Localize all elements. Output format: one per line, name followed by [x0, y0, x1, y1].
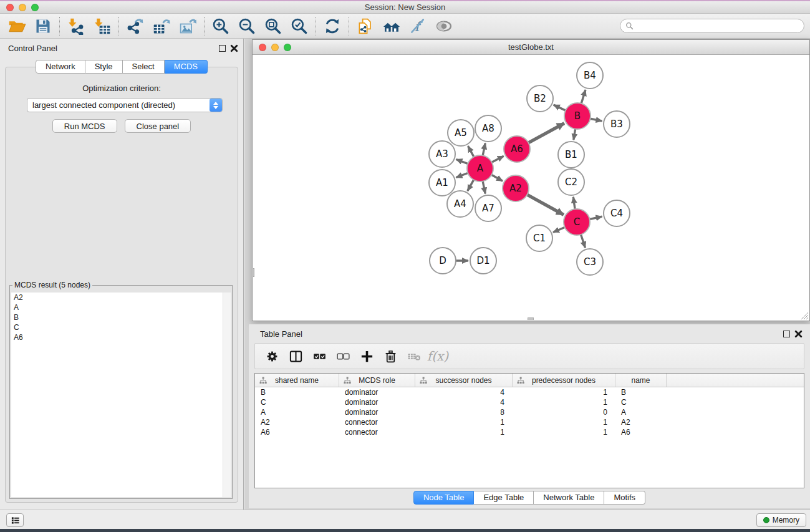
table-cell[interactable]: dominator: [339, 397, 415, 407]
table-cell[interactable]: A2: [255, 417, 339, 427]
column-header-predecessor-nodes[interactable]: predecessor nodes: [513, 374, 615, 387]
table-cell[interactable]: C: [615, 397, 667, 407]
node-C1[interactable]: C1: [526, 225, 552, 251]
table-cell[interactable]: 4: [415, 397, 513, 407]
table-cell[interactable]: A2: [615, 417, 667, 427]
column-header-shared-name[interactable]: shared name: [255, 374, 339, 387]
task-history-button[interactable]: [6, 513, 24, 527]
import-network-icon[interactable]: [63, 16, 89, 37]
table-cell[interactable]: 1: [513, 387, 615, 397]
tab-style[interactable]: Style: [85, 60, 123, 74]
table-cell[interactable]: C: [255, 397, 339, 407]
zoom-window-button[interactable]: [31, 4, 39, 11]
network-zoom-button[interactable]: [284, 44, 291, 51]
node-A6[interactable]: A6: [504, 136, 530, 162]
mcds-result-list[interactable]: A2ABCA6: [11, 293, 231, 497]
table-cell[interactable]: 0: [513, 407, 615, 417]
table-cell[interactable]: 1: [513, 417, 615, 427]
node-B3[interactable]: B3: [604, 111, 630, 137]
node-A7[interactable]: A7: [475, 195, 501, 221]
delete-icon[interactable]: [378, 346, 402, 367]
horizontal-scroll-thumb[interactable]: [528, 317, 534, 320]
node-B[interactable]: B: [564, 103, 591, 129]
column-header-successor-nodes[interactable]: successor nodes: [415, 374, 513, 387]
zoom-out-icon[interactable]: [234, 16, 260, 37]
table-cell[interactable]: A: [615, 407, 667, 417]
tab-node-table[interactable]: Node Table: [413, 491, 475, 505]
network-minimize-button[interactable]: [271, 44, 279, 51]
search-box[interactable]: [620, 19, 804, 33]
network-canvas[interactable]: AA1A2A3A4A5A6A7A8BB1B2B3B4CC1C2C3C4DD1: [253, 56, 809, 320]
node-C3[interactable]: C3: [577, 249, 603, 275]
select-all-icon[interactable]: [307, 346, 331, 367]
tab-network-table[interactable]: Network Table: [534, 491, 604, 505]
network-window-titlebar[interactable]: testGlobe.txt: [253, 40, 809, 55]
table-cell[interactable]: 1: [513, 427, 615, 437]
tab-mcds[interactable]: MCDS: [165, 60, 208, 74]
node-A4[interactable]: A4: [447, 191, 473, 217]
tab-edge-table[interactable]: Edge Table: [474, 491, 534, 505]
table-row[interactable]: Adominator80A: [255, 407, 804, 417]
table-cell[interactable]: 1: [513, 397, 615, 407]
node-C4[interactable]: C4: [604, 200, 630, 226]
node-B4[interactable]: B4: [577, 62, 603, 89]
gear-icon[interactable]: [260, 346, 284, 367]
zoom-selected-icon[interactable]: [286, 16, 312, 37]
mcds-result-item[interactable]: C: [11, 322, 231, 332]
network-close-button[interactable]: [259, 44, 266, 51]
open-icon[interactable]: [4, 16, 30, 37]
mcds-result-item[interactable]: A2: [11, 293, 231, 302]
float-panel-icon[interactable]: [219, 45, 226, 52]
table-row[interactable]: Cdominator41C: [255, 397, 804, 407]
node-A3[interactable]: A3: [429, 141, 455, 167]
node-A[interactable]: A: [467, 155, 493, 181]
export-image-icon[interactable]: [175, 16, 201, 37]
table-row[interactable]: Bdominator41B: [255, 387, 804, 397]
column-header-name[interactable]: name: [615, 374, 667, 387]
node-A8[interactable]: A8: [475, 115, 501, 142]
export-table-icon[interactable]: [148, 16, 175, 37]
node-B2[interactable]: B2: [527, 85, 553, 112]
table-cell[interactable]: A6: [255, 427, 339, 437]
table-cell[interactable]: 8: [415, 407, 513, 417]
mcds-result-item[interactable]: A6: [11, 332, 231, 342]
tab-select[interactable]: Select: [123, 60, 165, 74]
table-cell[interactable]: B: [255, 387, 339, 397]
table-cell[interactable]: dominator: [339, 407, 415, 417]
save-icon[interactable]: [30, 16, 56, 37]
close-panel-button[interactable]: Close panel: [125, 119, 191, 133]
tab-motifs[interactable]: Motifs: [604, 491, 645, 505]
vertical-scroll-thumb[interactable]: [253, 268, 254, 277]
node-A2[interactable]: A2: [503, 175, 529, 201]
deselect-all-icon[interactable]: [331, 346, 355, 367]
column-header-MCDS-role[interactable]: MCDS role: [339, 374, 415, 387]
network-view-window[interactable]: testGlobe.txt AA1A2A3A4A5A6A7A8BB1B2B3B4…: [252, 39, 810, 321]
app-titlebar[interactable]: Session: New Session: [0, 1, 810, 14]
resize-grip-icon[interactable]: [800, 311, 808, 319]
table-row[interactable]: A2connector11A2: [255, 417, 804, 427]
table-cell[interactable]: A6: [615, 427, 667, 437]
node-D1[interactable]: D1: [470, 248, 496, 274]
criterion-dropdown[interactable]: largest connected component (directed): [27, 98, 223, 112]
memory-button[interactable]: Memory: [756, 513, 806, 527]
table-cell[interactable]: dominator: [339, 387, 415, 397]
zoom-fit-icon[interactable]: [260, 16, 286, 37]
minimize-window-button[interactable]: [19, 4, 26, 11]
table-cell[interactable]: connector: [339, 417, 415, 427]
table-float-icon[interactable]: [783, 331, 790, 337]
export-network-icon[interactable]: [122, 16, 148, 37]
node-D[interactable]: D: [430, 248, 456, 274]
mcds-result-item[interactable]: A: [11, 302, 231, 312]
zoom-in-icon[interactable]: [208, 16, 234, 37]
clone-network-icon[interactable]: [352, 16, 378, 37]
tab-network[interactable]: Network: [36, 60, 85, 74]
eye-icon[interactable]: [431, 16, 457, 37]
node-C[interactable]: C: [564, 209, 590, 235]
node-C2[interactable]: C2: [558, 169, 584, 195]
table-cell[interactable]: 1: [415, 427, 513, 437]
table-cell[interactable]: B: [615, 387, 667, 397]
table-cell[interactable]: A: [255, 407, 339, 417]
search-input[interactable]: [634, 19, 804, 32]
table-cell[interactable]: 4: [415, 387, 513, 397]
mcds-list-scrollbar[interactable]: [223, 293, 231, 497]
